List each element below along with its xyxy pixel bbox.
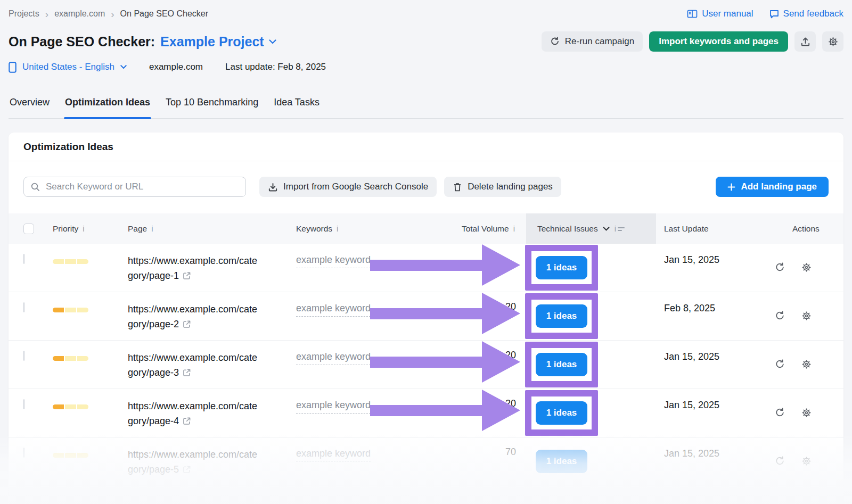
row-checkbox[interactable] xyxy=(23,254,24,264)
row-refresh-icon[interactable] xyxy=(775,359,785,389)
user-manual-link[interactable]: User manual xyxy=(687,9,753,19)
row-settings-gear-icon[interactable] xyxy=(801,408,812,437)
keyword-link[interactable]: example keyword xyxy=(296,400,371,414)
row-checkbox[interactable] xyxy=(23,399,24,409)
project-domain: example.com xyxy=(149,62,203,72)
priority-meter xyxy=(53,453,128,458)
table-row: https://www.example.com/category/page-4 … xyxy=(9,389,843,437)
tab-idea-tasks[interactable]: Idea Tasks xyxy=(273,96,321,118)
page-url[interactable]: https://www.example.com/category/page-1 xyxy=(128,255,257,281)
priority-meter xyxy=(53,308,128,312)
select-all-checkbox[interactable] xyxy=(23,224,34,234)
row-checkbox[interactable] xyxy=(23,448,24,458)
chevron-down-icon[interactable] xyxy=(603,227,610,231)
row-refresh-icon[interactable] xyxy=(775,456,785,485)
page-title: On Page SEO Checker: Example Project xyxy=(9,34,276,49)
breadcrumb-domain[interactable]: example.com xyxy=(54,9,105,19)
chevron-down-icon xyxy=(120,65,127,69)
info-icon[interactable]: i xyxy=(83,224,84,233)
row-settings-gear-icon[interactable] xyxy=(801,262,812,292)
row-settings-gear-icon[interactable] xyxy=(801,456,812,485)
ideas-button[interactable]: 1 ideas xyxy=(536,304,587,328)
table-row: https://www.example.com/category/page-1 … xyxy=(9,244,843,292)
row-settings-gear-icon[interactable] xyxy=(801,311,812,340)
tab-optimization-ideas[interactable]: Optimization Ideas xyxy=(64,96,151,118)
tab-bar: Overview Optimization Ideas Top 10 Bench… xyxy=(9,96,843,119)
page-cell: https://www.example.com/category/page-3 xyxy=(128,341,296,389)
locale-selector[interactable]: United States - English xyxy=(9,62,127,73)
last-update-value: Feb 8, 2025 xyxy=(656,292,761,340)
row-refresh-icon[interactable] xyxy=(775,408,785,437)
column-header-page[interactable]: Page i xyxy=(128,224,296,234)
ideas-button[interactable]: 1 ideas xyxy=(536,450,587,473)
annotation-arrow-head xyxy=(482,293,520,334)
plus-icon xyxy=(727,183,735,191)
column-header-priority[interactable]: Priority i xyxy=(53,224,128,234)
last-update-text: Last update: Feb 8, 2025 xyxy=(225,62,326,72)
annotation-highlight-frame: 1 ideas xyxy=(525,342,598,387)
breadcrumb-current: On Page SEO Checker xyxy=(120,9,208,19)
keyword-link[interactable]: example keyword xyxy=(296,254,371,268)
column-header-total-volume[interactable]: Total Volume i xyxy=(403,224,518,234)
page-url[interactable]: https://www.example.com/category/page-2 xyxy=(128,304,257,329)
export-button[interactable] xyxy=(794,31,816,52)
external-link-icon[interactable] xyxy=(183,271,191,280)
info-icon[interactable]: i xyxy=(513,224,515,233)
ideas-button[interactable]: 1 ideas xyxy=(536,256,587,279)
external-link-icon[interactable] xyxy=(183,417,191,425)
ideas-button[interactable]: 1 ideas xyxy=(536,353,587,376)
annotation-highlight-frame: 1 ideas xyxy=(525,293,598,339)
sort-icon[interactable]: i xyxy=(615,224,625,233)
info-icon[interactable]: i xyxy=(337,224,338,233)
last-update-value: Jan 15, 2025 xyxy=(656,341,761,389)
tab-overview[interactable]: Overview xyxy=(9,96,51,118)
external-link-icon[interactable] xyxy=(183,368,191,377)
page-url[interactable]: https://www.example.com/category/page-5 xyxy=(128,449,257,475)
column-header-technical-issues[interactable]: Technical Issues i xyxy=(518,213,656,244)
last-update-value: Jan 15, 2025 xyxy=(656,437,761,485)
ideas-button[interactable]: 1 ideas xyxy=(536,401,587,425)
row-refresh-icon[interactable] xyxy=(775,311,785,340)
tab-top-10-benchmarking[interactable]: Top 10 Benchmarking xyxy=(165,96,259,118)
project-selector[interactable]: Example Project xyxy=(160,34,276,49)
refresh-icon xyxy=(550,37,560,46)
import-gsc-button[interactable]: Import from Google Search Console xyxy=(259,177,437,197)
send-feedback-link[interactable]: Send feedback xyxy=(769,9,843,19)
page-url[interactable]: https://www.example.com/category/page-3 xyxy=(128,352,257,378)
annotation-arrow-tail xyxy=(370,357,483,368)
import-keywords-button[interactable]: Import keywords and pages xyxy=(649,31,788,52)
keyword-link[interactable]: example keyword xyxy=(296,351,371,365)
annotation-arrow-tail xyxy=(370,260,483,271)
breadcrumb-projects[interactable]: Projects xyxy=(9,9,39,19)
info-icon[interactable]: i xyxy=(151,224,153,233)
optimization-ideas-card: Optimization Ideas Import from Google Se… xyxy=(9,133,843,504)
page-url[interactable]: https://www.example.com/category/page-4 xyxy=(128,401,257,426)
table-row: https://www.example.com/category/page-5 … xyxy=(9,437,843,486)
row-settings-gear-icon[interactable] xyxy=(801,359,812,389)
last-update-value: Jan 15, 2025 xyxy=(656,389,761,437)
rerun-campaign-button[interactable]: Re-run campaign xyxy=(542,31,643,52)
row-refresh-icon[interactable] xyxy=(775,262,785,292)
settings-button[interactable] xyxy=(822,31,843,52)
external-link-icon[interactable] xyxy=(183,465,191,474)
row-checkbox[interactable] xyxy=(23,351,24,361)
chevron-right-icon: › xyxy=(111,9,114,19)
search-input[interactable] xyxy=(23,177,246,197)
keyword-link[interactable]: example keyword xyxy=(296,303,371,317)
locale-flag-icon xyxy=(9,62,17,73)
page-cell: https://www.example.com/category/page-2 xyxy=(128,292,296,340)
column-header-last-update[interactable]: Last Update xyxy=(656,224,761,234)
table-row: https://www.example.com/category/page-2 … xyxy=(9,292,843,341)
annotation-highlight-frame: 1 ideas xyxy=(525,390,598,436)
page-cell: https://www.example.com/category/page-1 xyxy=(128,244,296,292)
column-header-keywords[interactable]: Keywords i xyxy=(296,224,403,234)
annotation-arrow-tail xyxy=(370,405,483,416)
row-checkbox[interactable] xyxy=(23,302,24,312)
add-landing-page-button[interactable]: Add landing page xyxy=(716,177,829,197)
external-link-icon[interactable] xyxy=(183,320,191,328)
table-body: https://www.example.com/category/page-1 … xyxy=(9,244,843,486)
upload-icon xyxy=(800,37,810,47)
annotation-arrow-head xyxy=(482,341,520,383)
delete-landing-pages-button[interactable]: Delete landing pages xyxy=(444,177,561,197)
keyword-link[interactable]: example keyword xyxy=(296,448,371,462)
